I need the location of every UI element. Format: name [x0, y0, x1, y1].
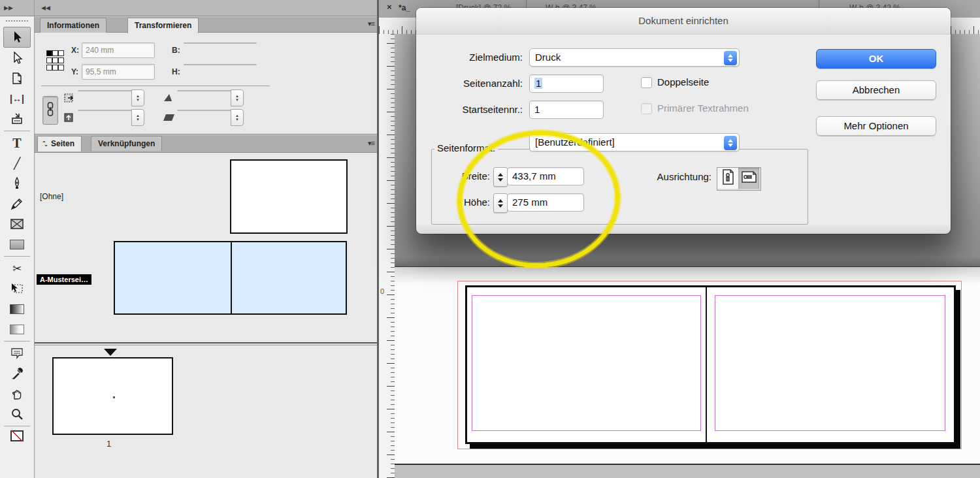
hand-tool[interactable] [4, 384, 30, 404]
fill-stroke-tool[interactable] [4, 428, 30, 443]
panel-divider [41, 86, 270, 86]
y-field[interactable]: 95,5 mm [82, 64, 155, 80]
scale-y-stepper[interactable]: ▲▼ [131, 109, 144, 126]
scale-x-field[interactable] [78, 90, 138, 91]
current-page-indicator-icon [104, 349, 117, 356]
free-transform-tool[interactable] [4, 279, 30, 298]
pencil-tool[interactable] [4, 194, 30, 214]
orientation-button-group [717, 167, 761, 191]
toolbar-divider [4, 256, 30, 257]
dialog-title-bar[interactable]: Dokument einrichten [416, 8, 951, 35]
free-transform-icon [10, 282, 24, 295]
spread-spine-line [706, 285, 707, 444]
selection-tool[interactable] [3, 27, 31, 48]
pencil-icon [10, 197, 24, 210]
gradient-feather-tool[interactable] [4, 319, 30, 339]
facing-pages-checkbox[interactable] [641, 77, 652, 88]
panel-menu-icon[interactable]: ▾≡ [368, 20, 374, 28]
pages-panel-tabrow: ⌃⌃ Seiten Verknüpfungen ▾≡ [35, 135, 378, 153]
expand-panel-icon[interactable]: ▶▶ [4, 5, 13, 11]
page-count-label: Seitenanzahl: [416, 78, 523, 89]
frame-tool[interactable] [4, 214, 30, 234]
eyedropper-icon [10, 367, 24, 380]
master-none-label[interactable]: [Ohne] [40, 192, 63, 201]
rotation-stepper[interactable]: ▲▼ [231, 89, 244, 106]
gradient-feather-icon [10, 325, 24, 334]
page-number-label[interactable]: 1 [106, 439, 111, 449]
tools-panel: |↔| T ╱ ✂ [0, 16, 35, 478]
type-tool[interactable]: T [4, 133, 30, 153]
gradient-swatch-tool[interactable] [4, 299, 30, 319]
start-page-field[interactable]: 1 [529, 101, 604, 119]
portrait-orientation-button[interactable] [717, 168, 738, 189]
tab-verknuepfungen[interactable]: Verknüpfungen [91, 136, 162, 151]
selection-arrow-icon [10, 31, 24, 44]
transform-panel: Informationen Transformieren ▾≡ X: 240 m… [34, 16, 378, 134]
content-collector-tool[interactable] [4, 109, 30, 129]
scale-y-icon [63, 112, 75, 126]
page-1-thumbnail[interactable] [52, 357, 173, 435]
scissors-tool[interactable]: ✂ [4, 259, 30, 278]
collapse-panels-icon[interactable]: ◀◀ [41, 5, 50, 11]
gradient-icon [10, 304, 24, 314]
width-field[interactable] [184, 42, 257, 44]
note-icon [10, 347, 24, 359]
reference-point-proxy-icon[interactable] [46, 50, 63, 71]
scale-x-stepper[interactable]: ▲▼ [131, 89, 144, 106]
target-medium-dropdown[interactable]: Druck [529, 48, 740, 67]
shear-field[interactable] [177, 110, 237, 111]
vertical-ruler[interactable]: 0 [379, 34, 395, 478]
rectangle-tool[interactable] [4, 234, 30, 254]
eyedropper-tool[interactable] [4, 364, 30, 383]
primary-text-frame-label: Primärer Textrahmen [657, 103, 749, 114]
pen-tool[interactable] [4, 174, 30, 193]
master-none-thumbnail[interactable] [230, 159, 348, 234]
dropdown-stepper-icon [724, 51, 737, 65]
line-tool[interactable]: ╱ [4, 153, 30, 173]
panel-collapse-icon: ⌃⌃ [42, 136, 48, 151]
tab-informationen[interactable]: Informationen [40, 18, 106, 33]
indesign-window: ▶▶ ◀◀ |↔| T ╱ [0, 0, 980, 478]
note-tool[interactable] [4, 343, 30, 363]
constrain-proportions-toggle[interactable] [42, 96, 58, 125]
gap-tool[interactable]: |↔| [4, 89, 30, 108]
type-icon: T [12, 136, 21, 150]
scale-x-icon [63, 92, 75, 106]
page-count-field[interactable]: 1 [529, 74, 604, 93]
toolbar-grip[interactable] [6, 20, 28, 25]
ok-button[interactable]: OK [816, 49, 936, 69]
toolbar-divider [4, 341, 30, 342]
panel-menu-icon[interactable]: ▾≡ [368, 139, 374, 148]
tab-seiten[interactable]: ⌃⌃ Seiten [37, 136, 82, 151]
cancel-button[interactable]: Abbrechen [816, 80, 936, 100]
rotation-field[interactable] [177, 90, 237, 91]
thumbnail-content-dot [113, 396, 115, 398]
master-a-label[interactable]: A-Mustersei… [37, 274, 91, 285]
document-area: × *a_ [Druck] @ 72 % W-b @ 3,47 % W-b @ … [379, 0, 980, 478]
pages-panel-splitter[interactable] [35, 342, 378, 345]
x-field[interactable]: 240 mm [82, 42, 155, 58]
shear-stepper[interactable]: ▲▼ [231, 109, 244, 126]
rectangle-icon [10, 240, 24, 249]
content-collector-icon [10, 112, 24, 125]
hand-icon [10, 387, 24, 400]
toolbar-divider [4, 131, 30, 131]
document-tab-active-title[interactable]: *a_ [399, 3, 410, 12]
landscape-orientation-button[interactable] [738, 168, 759, 189]
scissors-icon: ✂ [12, 263, 22, 274]
height-field[interactable] [184, 64, 257, 65]
rotation-angle-icon [163, 92, 174, 105]
orientation-label: Ausrichtung: [612, 171, 711, 182]
facing-pages-label: Doppelseite [657, 76, 709, 88]
page-tool[interactable] [4, 69, 30, 88]
tab-close-icon[interactable]: × [387, 2, 392, 12]
more-options-button[interactable]: Mehr Optionen [816, 116, 936, 136]
tab-transformieren[interactable]: Transformieren [127, 18, 199, 33]
scale-y-field[interactable] [78, 110, 138, 111]
zoom-tool[interactable] [4, 404, 30, 424]
master-a-spread-thumbnail[interactable] [114, 241, 347, 315]
primary-text-frame-checkbox[interactable] [641, 103, 652, 114]
direct-selection-tool[interactable] [4, 48, 30, 68]
line-icon: ╱ [14, 158, 20, 169]
chain-link-icon [46, 102, 54, 119]
